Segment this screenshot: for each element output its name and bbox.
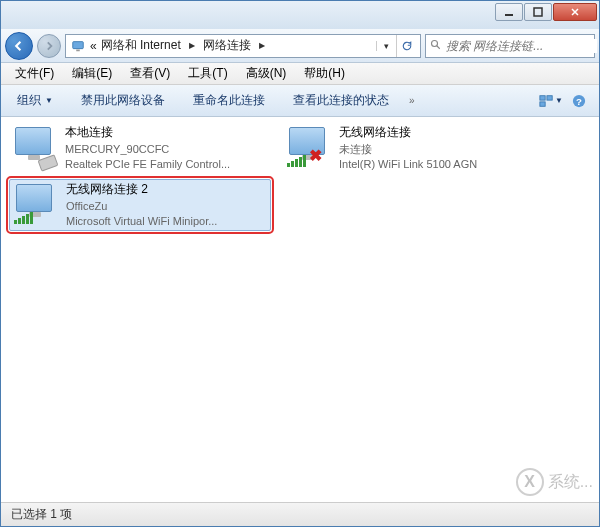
- connection-status: 未连接: [339, 142, 541, 156]
- chevron-down-icon: ▼: [555, 96, 563, 105]
- breadcrumb-part-2[interactable]: 网络连接: [203, 37, 251, 54]
- toolbar-right: ▼ ?: [539, 90, 591, 112]
- connection-text: 无线网络连接 未连接 Intel(R) WiFi Link 5100 AGN: [339, 125, 541, 171]
- wireless-connection-icon: [14, 182, 58, 226]
- connection-device: Realtek PCIe FE Family Control...: [65, 157, 267, 171]
- organize-button[interactable]: 组织 ▼: [9, 88, 61, 113]
- chevron-right-icon[interactable]: ▶: [185, 41, 199, 50]
- explorer-window: « 网络和 Internet ▶ 网络连接 ▶ ▾ 文件(F) 编辑(E) 查看…: [0, 0, 600, 527]
- menu-bar: 文件(F) 编辑(E) 查看(V) 工具(T) 高级(N) 帮助(H): [1, 63, 599, 85]
- maximize-button[interactable]: [524, 3, 552, 21]
- svg-rect-6: [547, 95, 552, 99]
- refresh-button[interactable]: [396, 35, 416, 57]
- breadcrumb-prefix: «: [90, 39, 97, 53]
- menu-file[interactable]: 文件(F): [7, 63, 62, 84]
- status-bar: 已选择 1 项: [1, 502, 599, 526]
- back-button[interactable]: [5, 32, 33, 60]
- wireless-connection-icon: ✖: [287, 125, 331, 169]
- chevron-right-icon[interactable]: ▶: [255, 41, 269, 50]
- menu-advanced[interactable]: 高级(N): [238, 63, 295, 84]
- breadcrumb-part-1[interactable]: 网络和 Internet: [101, 37, 181, 54]
- svg-rect-2: [73, 41, 84, 48]
- content-area: 本地连接 MERCURY_90CCFC Realtek PCIe FE Fami…: [1, 117, 599, 502]
- search-box[interactable]: [425, 34, 595, 58]
- help-button[interactable]: ?: [567, 90, 591, 112]
- titlebar: [1, 1, 599, 29]
- watermark-text: 系统...: [548, 472, 593, 493]
- close-button[interactable]: [553, 3, 597, 21]
- connections-grid: 本地连接 MERCURY_90CCFC Realtek PCIe FE Fami…: [9, 123, 591, 231]
- address-bar[interactable]: « 网络和 Internet ▶ 网络连接 ▶ ▾: [65, 34, 421, 58]
- menu-view[interactable]: 查看(V): [122, 63, 178, 84]
- menu-tools[interactable]: 工具(T): [180, 63, 235, 84]
- connection-device: Intel(R) WiFi Link 5100 AGN: [339, 157, 541, 171]
- menu-edit[interactable]: 编辑(E): [64, 63, 120, 84]
- forward-button[interactable]: [37, 34, 61, 58]
- disconnected-icon: ✖: [309, 146, 322, 165]
- connection-device: Microsoft Virtual WiFi Minipor...: [66, 214, 266, 228]
- titlebar-buttons: [495, 3, 597, 21]
- watermark-logo: X: [516, 468, 544, 496]
- connection-item-local[interactable]: 本地连接 MERCURY_90CCFC Realtek PCIe FE Fami…: [9, 123, 271, 175]
- connection-text: 无线网络连接 2 OfficeZu Microsoft Virtual WiFi…: [66, 182, 266, 228]
- network-icon: [70, 38, 86, 54]
- connection-status: MERCURY_90CCFC: [65, 142, 267, 156]
- svg-rect-5: [540, 95, 545, 99]
- view-status-button[interactable]: 查看此连接的状态: [285, 88, 397, 113]
- connection-status: OfficeZu: [66, 199, 266, 213]
- svg-point-4: [432, 40, 438, 46]
- disable-device-button[interactable]: 禁用此网络设备: [73, 88, 173, 113]
- organize-label: 组织: [17, 92, 41, 109]
- svg-rect-1: [534, 8, 542, 16]
- connection-item-wireless-2[interactable]: 无线网络连接 2 OfficeZu Microsoft Virtual WiFi…: [9, 179, 271, 231]
- svg-text:?: ?: [576, 95, 582, 106]
- view-options-button[interactable]: ▼: [539, 90, 563, 112]
- command-toolbar: 组织 ▼ 禁用此网络设备 重命名此连接 查看此连接的状态 » ▼ ?: [1, 85, 599, 117]
- connection-name: 无线网络连接: [339, 125, 541, 141]
- toolbar-overflow[interactable]: »: [409, 95, 415, 106]
- svg-rect-7: [540, 101, 545, 105]
- svg-rect-0: [505, 14, 513, 16]
- connection-name: 本地连接: [65, 125, 267, 141]
- address-dropdown[interactable]: ▾: [376, 41, 392, 51]
- chevron-down-icon: ▼: [45, 96, 53, 105]
- minimize-button[interactable]: [495, 3, 523, 21]
- connection-name: 无线网络连接 2: [66, 182, 266, 198]
- search-icon: [430, 39, 442, 53]
- connection-text: 本地连接 MERCURY_90CCFC Realtek PCIe FE Fami…: [65, 125, 267, 171]
- search-input[interactable]: [446, 39, 597, 53]
- status-text: 已选择 1 项: [11, 506, 72, 523]
- svg-rect-3: [76, 49, 80, 51]
- wired-connection-icon: [13, 125, 57, 169]
- connection-item-wireless-1[interactable]: ✖ 无线网络连接 未连接 Intel(R) WiFi Link 5100 AGN: [283, 123, 545, 175]
- navigation-bar: « 网络和 Internet ▶ 网络连接 ▶ ▾: [1, 29, 599, 63]
- rename-connection-button[interactable]: 重命名此连接: [185, 88, 273, 113]
- menu-help[interactable]: 帮助(H): [296, 63, 353, 84]
- watermark: X 系统...: [516, 468, 593, 496]
